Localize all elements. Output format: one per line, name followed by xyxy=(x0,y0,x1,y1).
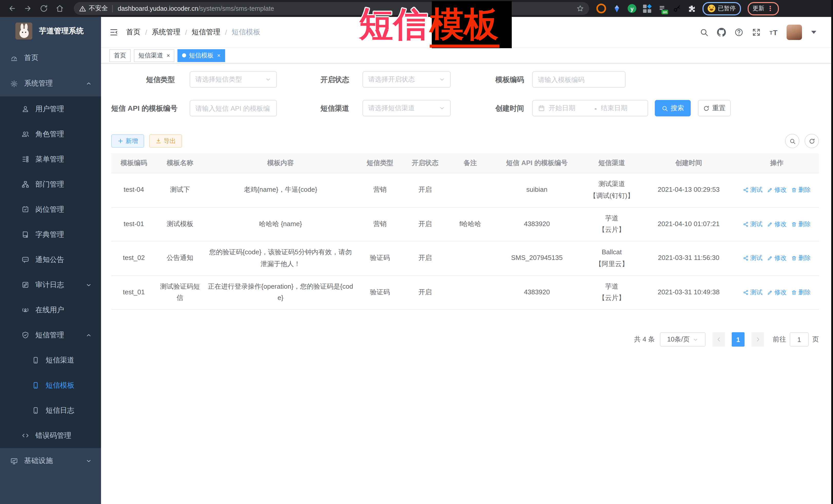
audit-log-icon xyxy=(22,281,29,289)
page-number-button[interactable]: 1 xyxy=(732,332,744,346)
sidebar-item-dept[interactable]: 部门管理 xyxy=(0,172,101,197)
sidebar-item-menu[interactable]: 菜单管理 xyxy=(0,147,101,172)
edit-link[interactable]: 修改 xyxy=(767,219,787,230)
fullscreen-icon[interactable] xyxy=(752,27,761,37)
delete-link[interactable]: 删除 xyxy=(791,253,811,264)
menu-fold-icon[interactable] xyxy=(109,27,118,37)
extension-key-icon[interactable] xyxy=(673,4,681,13)
app-logo-row[interactable]: 芋道管理系统 xyxy=(0,17,101,45)
tab-sms-template[interactable]: 短信模板× xyxy=(178,49,225,62)
sidebar-item-error-code[interactable]: 错误码管理 xyxy=(0,423,101,448)
test-link[interactable]: 测试 xyxy=(743,253,762,264)
page-size-select[interactable]: 10条/页 xyxy=(660,332,706,346)
pagination: 共 4 条 10条/页 1 前往 页 xyxy=(111,332,819,346)
edit-link[interactable]: 修改 xyxy=(767,287,787,298)
sidebar-item-post[interactable]: 岗位管理 xyxy=(0,197,101,222)
goto-page-input[interactable] xyxy=(790,332,809,346)
sidebar-item-sms-channel[interactable]: 短信渠道 xyxy=(0,347,101,373)
sidebar-item-user[interactable]: 用户管理 xyxy=(0,96,101,121)
reset-button[interactable]: 重置 xyxy=(698,100,731,116)
extension-on-badge: on xyxy=(662,9,668,14)
browser-reload-icon[interactable] xyxy=(40,4,48,13)
avatar-caret-down-icon[interactable] xyxy=(811,30,816,33)
refresh-table-button[interactable] xyxy=(805,134,819,148)
cell-actions: 测试修改删除 xyxy=(735,173,819,207)
sidebar-item-label: 基础设施 xyxy=(24,456,53,465)
edit-link[interactable]: 修改 xyxy=(767,185,787,196)
export-button[interactable]: 导出 xyxy=(149,134,182,148)
trash-icon xyxy=(791,290,797,295)
status-label: 开启状态 xyxy=(285,71,349,88)
edit-link[interactable]: 修改 xyxy=(767,253,787,264)
api-template-id-input[interactable] xyxy=(190,100,277,116)
breadcrumb-item[interactable]: 首页 xyxy=(126,27,141,37)
address-bar[interactable]: 不安全 dashboard.yudao.iocoder.cn/system/sm… xyxy=(74,2,589,15)
online-user-icon xyxy=(22,306,29,314)
browser-home-icon[interactable] xyxy=(55,4,64,13)
status-select[interactable]: 请选择开启状态 xyxy=(362,71,451,88)
next-page-button[interactable] xyxy=(751,332,764,346)
add-button[interactable]: 新增 xyxy=(111,134,144,148)
sidebar-item-audit-log[interactable]: 审计日志 xyxy=(0,272,101,297)
extension-blue-pin-icon[interactable] xyxy=(613,4,621,13)
cell: 4383920 xyxy=(493,275,581,309)
browser-update-button[interactable]: 更新 ⋮ xyxy=(747,2,779,15)
sidebar-item-dict[interactable]: 字典管理 xyxy=(0,222,101,247)
help-icon[interactable] xyxy=(734,27,743,37)
sidebar-item-role[interactable]: 角色管理 xyxy=(0,121,101,147)
extension-grid-icon[interactable] xyxy=(643,4,651,13)
browser-forward-icon[interactable] xyxy=(24,4,32,13)
header-search-icon[interactable] xyxy=(699,27,709,37)
extension-list-icon[interactable]: on xyxy=(658,5,666,12)
extension-green-y-icon[interactable]: y xyxy=(628,4,636,13)
search-button[interactable]: 搜索 xyxy=(655,100,691,116)
delete-link[interactable]: 删除 xyxy=(791,185,811,196)
sidebar-item-sms[interactable]: 短信管理 xyxy=(0,322,101,347)
sidebar-item-online-user[interactable]: 在线用户 xyxy=(0,297,101,322)
sidebar-item-notice[interactable]: 通知公告 xyxy=(0,247,101,272)
table-row: test-04测试下老鸡{name}，牛逼{code}营销开启suibian测试… xyxy=(111,173,819,208)
bookmark-star-icon[interactable] xyxy=(576,5,584,12)
prev-page-button[interactable] xyxy=(712,332,725,346)
app-frame: 芋道管理系统 首页系统管理用户管理角色管理菜单管理部门管理岗位管理字典管理通知公… xyxy=(0,17,833,504)
table-body: test-04测试下老鸡{name}，牛逼{code}营销开启suibian测试… xyxy=(111,173,819,309)
sidebar-item-sms-template[interactable]: 短信模板 xyxy=(0,373,101,398)
extension-orange-ring-icon[interactable] xyxy=(596,4,606,13)
chevron-down-icon xyxy=(86,458,92,464)
delete-link[interactable]: 删除 xyxy=(791,287,811,298)
table-row: test-01测试模板哈哈哈 {name}营销开启f哈哈哈4383920芋道【云… xyxy=(111,208,819,241)
extensions-puzzle-icon[interactable] xyxy=(688,4,696,13)
browser-back-icon[interactable] xyxy=(8,4,17,13)
close-icon[interactable]: × xyxy=(217,52,220,58)
date-range-picker[interactable]: 开始日期 - 结束日期 xyxy=(532,100,648,116)
sidebar-item-system[interactable]: 系统管理 xyxy=(0,71,101,96)
test-link[interactable]: 测试 xyxy=(743,185,762,196)
template-code-input[interactable] xyxy=(532,71,625,88)
sidebar-item-infra[interactable]: 基础设施 xyxy=(0,448,101,474)
channel-name: 芋道 xyxy=(605,281,618,292)
chevron-left-icon xyxy=(716,336,722,342)
tab-home[interactable]: 首页 xyxy=(109,49,131,62)
test-link-label: 测试 xyxy=(750,287,762,298)
user-avatar[interactable] xyxy=(787,24,802,40)
close-icon[interactable]: × xyxy=(167,52,170,58)
sidebar-item-home[interactable]: 首页 xyxy=(0,45,101,71)
font-size-icon[interactable]: TT xyxy=(769,27,778,37)
channel-label: 短信渠道 xyxy=(285,100,349,116)
browser-profile-chip[interactable]: 已暂停 xyxy=(703,2,741,15)
navbar-actions: TT xyxy=(699,24,816,40)
pencil-icon xyxy=(767,290,773,295)
breadcrumb-item[interactable]: 短信管理 xyxy=(192,27,220,37)
breadcrumb-item[interactable]: 系统管理 xyxy=(152,27,181,37)
test-link[interactable]: 测试 xyxy=(743,219,762,230)
toggle-search-button[interactable] xyxy=(785,134,800,148)
delete-link[interactable]: 删除 xyxy=(791,219,811,230)
channel-select[interactable]: 请选择短信渠道 xyxy=(362,100,451,116)
tab-sms-channel[interactable]: 短信渠道× xyxy=(134,49,174,62)
github-icon[interactable] xyxy=(717,27,726,37)
browser-menu-icon[interactable]: ⋮ xyxy=(767,5,774,12)
sidebar-item-sms-log[interactable]: 短信日志 xyxy=(0,398,101,423)
cell: 营销 xyxy=(357,173,403,207)
sms-type-select[interactable]: 请选择短信类型 xyxy=(190,71,277,88)
test-link[interactable]: 测试 xyxy=(743,287,762,298)
